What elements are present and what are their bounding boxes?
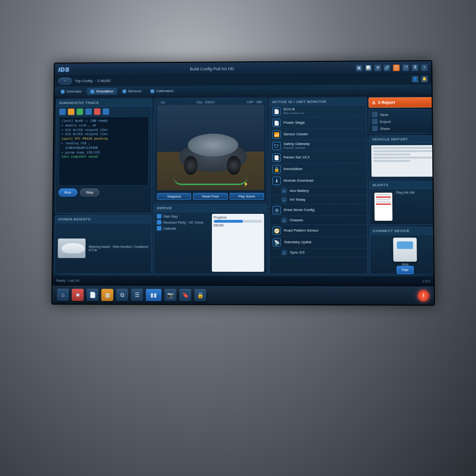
link-icon[interactable]: 🔗 <box>383 65 390 71</box>
tool-icon[interactable] <box>85 108 92 115</box>
derive-item[interactable]: Calibrate <box>157 226 209 231</box>
dock-home-button[interactable]: ⌂ <box>57 289 69 301</box>
attrib-label: Sensor Cluster <box>284 132 308 137</box>
derive-item[interactable]: Received Parity · OK Check <box>157 220 209 225</box>
window-title: Build Config Pull HA HD <box>74 66 351 72</box>
attrib-label: Safety Gateway <box>284 142 310 146</box>
tab-label: Overview <box>66 89 82 93</box>
attrib-icon: ⬇ <box>272 177 281 185</box>
attrib-row[interactable]: •Chassis <box>270 216 367 225</box>
attrib-row[interactable]: •Aux Battery <box>270 187 367 196</box>
overlay-right-b: H05 <box>256 100 262 104</box>
attrib-label: Drive Mode Config <box>284 208 315 212</box>
quick-export[interactable]: Export <box>372 119 434 125</box>
breadcrumb: Trip Config › 2-46282 <box>75 79 111 83</box>
attrib-row[interactable]: 📄Power Stage <box>270 117 366 129</box>
derive-item[interactable]: Start Step <box>157 214 209 218</box>
pair-button[interactable]: Pair <box>397 266 414 274</box>
tab-label: Simulation <box>96 89 113 93</box>
bullet-icon <box>157 226 161 231</box>
tool-icon[interactable] <box>77 108 83 115</box>
attrib-label: Module Download <box>284 178 313 183</box>
save-icon <box>372 112 377 118</box>
dock-doc-button[interactable]: 📄 <box>86 289 99 301</box>
alerts-title: Alerts <box>370 181 434 189</box>
device-title: Connect Device <box>370 227 434 235</box>
attrib-row[interactable]: 🧭Road Pattern Sensor <box>270 225 367 237</box>
snapshot-button[interactable]: Snapshot <box>157 193 192 200</box>
attrib-panel: Active ID / Unit Monitor 📄ECU BMain cont… <box>269 98 368 274</box>
breadcrumb-item[interactable]: Trip Config <box>75 79 93 83</box>
attrib-icon: 📄 <box>272 107 281 116</box>
log-line: 1C4RJFAG4FC123456 <box>61 146 147 151</box>
side-note: Diag link idle <box>396 191 415 194</box>
quick-share[interactable]: Share <box>372 126 434 132</box>
attrib-label: Aux Battery <box>290 189 309 193</box>
attrib-row[interactable]: 🔒Immobilizer <box>270 163 367 175</box>
user-icon[interactable]: 👤 <box>412 76 418 82</box>
settings-icon[interactable]: ⚙ <box>374 65 381 71</box>
rss-icon[interactable]: ▒ <box>393 64 399 71</box>
assist-thumb[interactable] <box>58 238 86 258</box>
attrib-icon: 🧭 <box>272 226 281 235</box>
tab-overview[interactable]: Overview <box>57 88 85 95</box>
document-thumb[interactable] <box>371 145 434 177</box>
tool-icon[interactable] <box>68 109 74 115</box>
dock-cam-button[interactable]: 📷 <box>164 289 176 301</box>
attrib-row[interactable]: 🛡Safety GatewayFirewall / isolation <box>270 140 367 152</box>
help-icon[interactable]: ? <box>421 64 428 71</box>
attrib-row[interactable]: •Sync 2/3 <box>270 248 367 257</box>
assist-caption: Steering Assist · View function / Guidan… <box>88 245 148 251</box>
tool-icon[interactable] <box>94 108 100 115</box>
terminal-title: DIAGNOSTIC TRACE <box>57 99 152 107</box>
derive-panel: Derive Start Step Received Parity · OK C… <box>153 204 268 274</box>
run-button[interactable]: Run <box>59 189 77 197</box>
vehicle-3d-stage[interactable] <box>157 105 264 191</box>
dock-tag-button[interactable]: 🔖 <box>179 289 192 301</box>
report-button[interactable]: ⚠ 3 Report <box>369 97 434 108</box>
attrib-row[interactable]: •HV Relay <box>270 196 367 205</box>
quick-save[interactable]: Save <box>372 112 434 118</box>
dock-main-button[interactable]: ▮▮ <box>145 289 161 301</box>
main-area: DIAGNOSTIC TRACE [init] bus0 :: CAN read… <box>53 95 434 276</box>
tab-label: Calibration <box>156 89 174 93</box>
attrib-row[interactable]: 📡Telemetry Uplink <box>270 237 367 248</box>
stop-button[interactable]: Stop <box>80 188 99 196</box>
back-button[interactable]: ← <box>58 78 72 85</box>
bullet-icon <box>157 214 161 218</box>
export-icon <box>372 119 377 124</box>
attrib-row[interactable]: 📄ECU BMain control unit <box>270 106 366 118</box>
dock-stop-button[interactable]: ■ <box>72 289 84 301</box>
attrib-row[interactable]: 📑Param Set 19.2 <box>270 152 367 164</box>
tool-icon[interactable] <box>103 108 109 115</box>
status-left: Ready · Link OK <box>56 279 80 282</box>
dock-alert-button[interactable]: ! <box>418 290 430 301</box>
report-button-label: 3 Report <box>378 100 395 105</box>
breadcrumb-item[interactable]: 2-46282 <box>97 79 111 83</box>
play-scene-button[interactable]: Play Scene <box>230 193 264 200</box>
chart-icon[interactable]: 📊 <box>365 65 371 71</box>
alert-thumb[interactable] <box>374 193 392 221</box>
attrib-icon: 🛡 <box>272 142 281 150</box>
tab-sensors[interactable]: Sensors <box>119 88 145 95</box>
attrib-label: Telemetry Uplink <box>284 240 311 245</box>
tab-simulation[interactable]: Simulation <box>87 88 117 95</box>
dock-grid-button[interactable]: ▦ <box>101 289 113 301</box>
quick-actions-panel: Save Export Share <box>369 109 434 134</box>
tool-icon[interactable] <box>59 109 66 115</box>
attrib-row[interactable]: ⬇Module Download <box>270 175 367 186</box>
progress-card: Progress 58/100 <box>212 214 264 272</box>
grid-icon[interactable]: ▦ <box>356 65 362 71</box>
window-icon[interactable]: ❐ <box>403 64 409 71</box>
layers-icon[interactable]: ≣ <box>412 64 418 71</box>
reset-pose-button[interactable]: Reset Pose <box>193 193 227 200</box>
attrib-row[interactable]: 📶Sensor Cluster <box>270 128 367 140</box>
bell-icon[interactable]: 🔔 <box>421 76 428 82</box>
dock-copy-button[interactable]: ⧉ <box>116 289 128 301</box>
bullet-icon <box>157 220 161 225</box>
dock-lock-button[interactable]: 🔒 <box>194 289 206 301</box>
attrib-row[interactable]: ⚙Drive Mode Config <box>270 205 367 216</box>
attrib-label: Immobilizer <box>284 167 303 171</box>
dock-eq-button[interactable]: ☰ <box>131 289 143 301</box>
tab-calibration[interactable]: Calibration <box>147 87 178 94</box>
